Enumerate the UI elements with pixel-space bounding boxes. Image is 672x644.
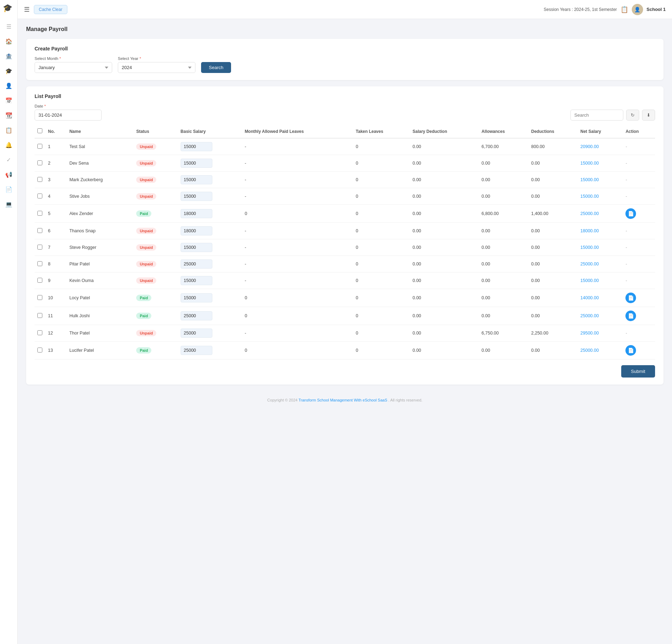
row-action[interactable]: 📄 [623,342,655,360]
row-checkbox-cell[interactable] [35,172,45,188]
table-row: 2 Dev Sena Unpaid - 0 0.00 0.00 0.00 150… [35,155,655,172]
basic-salary-input[interactable] [181,311,212,320]
row-net-salary: 15000.00 [577,188,623,205]
row-checkbox[interactable] [37,245,42,250]
row-checkbox-cell[interactable] [35,342,45,360]
row-checkbox[interactable] [37,177,42,182]
avatar[interactable]: 👤 [632,4,643,15]
row-allowances: 0.00 [479,223,528,239]
year-select[interactable]: 2022 2023 2024 2025 [118,62,195,73]
sidebar-item-announcements[interactable]: 📢 [2,168,15,181]
row-checkbox[interactable] [37,261,42,266]
row-checkbox[interactable] [37,295,42,300]
basic-salary-input[interactable] [181,175,212,184]
row-salary-deduction: 0.00 [410,205,479,223]
row-checkbox-cell[interactable] [35,155,45,172]
view-doc-button[interactable]: 📄 [625,208,636,219]
submit-button[interactable]: Submit [621,365,655,378]
row-no: 2 [45,155,67,172]
row-checkbox[interactable] [37,348,42,352]
month-select[interactable]: January February March April May June Ju… [35,62,112,73]
row-checkbox[interactable] [37,144,42,149]
status-badge: Paid [136,313,151,319]
basic-salary-input[interactable] [181,293,212,302]
action-dash: - [625,194,627,199]
row-checkbox-cell[interactable] [35,307,45,325]
row-checkbox-cell[interactable] [35,289,45,307]
row-checkbox-cell[interactable] [35,138,45,155]
search-button[interactable]: Search [201,62,231,73]
cache-clear-button[interactable]: Cache Clear [34,5,67,14]
footer-link[interactable]: Transform School Management With eSchool… [298,398,387,402]
row-deductions: 0.00 [528,239,578,256]
view-doc-button[interactable]: 📄 [625,345,636,356]
basic-salary-input[interactable] [181,259,212,269]
row-action[interactable]: 📄 [623,289,655,307]
row-status: Unpaid [133,223,178,239]
row-checkbox-cell[interactable] [35,188,45,205]
row-taken-leaves: 0 [353,155,410,172]
row-basic-salary [178,172,242,188]
row-checkbox[interactable] [37,278,42,283]
date-input[interactable] [35,110,102,121]
basic-salary-input[interactable] [181,329,212,338]
row-action[interactable]: 📄 [623,205,655,223]
topbar-menu-icon[interactable]: ☰ [24,6,30,13]
sidebar-menu-toggle[interactable]: ☰ [2,20,15,33]
basic-salary-input[interactable] [181,276,212,285]
net-salary-value: 14000.00 [580,295,599,300]
col-monthly-allowed: Monthly Allowed Paid Leaves [242,125,353,138]
sidebar-item-calendar[interactable]: 📅 [2,94,15,107]
sidebar-item-documents[interactable]: 📄 [2,183,15,196]
create-payroll-card: Create Payroll Select Month * January Fe… [26,39,664,80]
row-checkbox-cell[interactable] [35,205,45,223]
sidebar-item-bank[interactable]: 🏦 [2,50,15,62]
basic-salary-input[interactable] [181,159,212,168]
row-checkbox-cell[interactable] [35,325,45,342]
sidebar-item-schedule[interactable]: 📆 [2,109,15,122]
row-monthly-allowed: - [242,155,353,172]
view-doc-button[interactable]: 📄 [625,311,636,321]
row-taken-leaves: 0 [353,188,410,205]
sidebar-item-users[interactable]: 👤 [2,79,15,92]
row-checkbox-cell[interactable] [35,223,45,239]
search-input[interactable] [570,110,623,121]
view-doc-button[interactable]: 📄 [625,293,636,303]
col-taken-leaves: Taken Leaves [353,125,410,138]
copy-icon[interactable]: 📋 [620,6,628,13]
row-checkbox[interactable] [37,330,42,335]
sidebar-item-home[interactable]: 🏠 [2,35,15,48]
sidebar-item-devices[interactable]: 💻 [2,198,15,210]
row-action[interactable]: 📄 [623,307,655,325]
refresh-button[interactable]: ↻ [626,110,639,121]
row-status: Unpaid [133,138,178,155]
basic-salary-input[interactable] [181,346,212,355]
basic-salary-input[interactable] [181,226,212,235]
sidebar-item-tasks[interactable]: ✓ [2,153,15,166]
sidebar-item-reports[interactable]: 📋 [2,124,15,136]
row-allowances: 0.00 [479,307,528,325]
col-action: Action [623,125,655,138]
row-checkbox-cell[interactable] [35,256,45,272]
topbar: ☰ Cache Clear Session Years : 2024-25, 1… [18,0,672,19]
net-salary-value: 15000.00 [580,161,599,166]
row-checkbox[interactable] [37,194,42,198]
basic-salary-input[interactable] [181,192,212,201]
row-checkbox[interactable] [37,313,42,318]
download-button[interactable]: ⬇ [642,110,655,121]
row-checkbox[interactable] [37,160,42,165]
row-checkbox[interactable] [37,211,42,216]
row-checkbox[interactable] [37,228,42,233]
sidebar-item-notifications[interactable]: 🔔 [2,139,15,151]
row-no: 4 [45,188,67,205]
basic-salary-input[interactable] [181,209,212,218]
row-basic-salary [178,155,242,172]
row-checkbox-cell[interactable] [35,272,45,289]
basic-salary-input[interactable] [181,142,212,151]
basic-salary-input[interactable] [181,243,212,252]
row-status: Unpaid [133,172,178,188]
row-checkbox-cell[interactable] [35,239,45,256]
footer: Copyright © 2024 Transform School Manage… [26,391,664,406]
select-all-checkbox[interactable] [37,128,42,133]
sidebar-item-academics[interactable]: 🎓 [2,65,15,77]
